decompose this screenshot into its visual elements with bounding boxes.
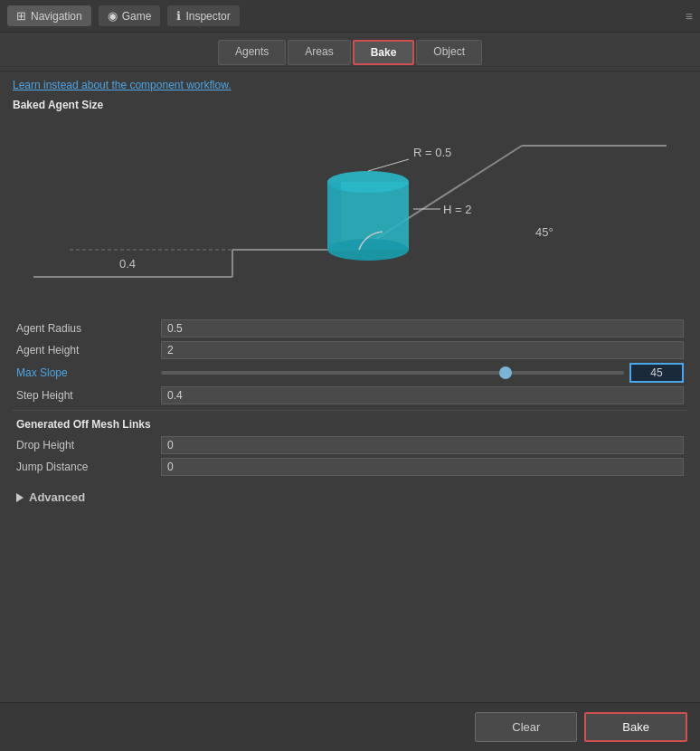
tab-game-label: Game [122,10,152,23]
subtab-object[interactable]: Object [416,40,482,65]
subtab-areas[interactable]: Areas [288,40,350,65]
svg-text:0.4: 0.4 [119,257,136,271]
agent-radius-input[interactable] [161,319,684,337]
svg-text:45°: 45° [535,225,553,239]
fields-table: Agent Radius Agent Height Max Slope Step… [13,318,687,406]
divider-1 [13,410,687,411]
step-height-label: Step Height [13,385,157,406]
agent-visualization: 0.4 R = 0.5 H = 2 45° [13,119,687,309]
off-mesh-links-heading: Generated Off Mesh Links [13,413,687,434]
field-max-slope: Max Slope [13,361,687,385]
navigation-icon: ⊞ [16,9,26,23]
baked-agent-size-heading: Baked Agent Size [13,99,687,111]
title-bar: ⊞ Navigation ◉ Game ℹ Inspector ≡ [0,0,700,33]
tab-game[interactable]: ◉ Game [99,5,161,26]
agent-radius-value [157,318,687,339]
agent-height-input[interactable] [161,341,684,359]
bottom-buttons: Clear Bake [0,702,700,751]
learn-link[interactable]: Learn instead about the component workfl… [13,79,687,91]
sub-tabs: Agents Areas Bake Object [0,33,700,71]
field-jump-distance: Jump Distance [13,456,687,478]
tab-navigation[interactable]: ⊞ Navigation [7,5,91,26]
field-agent-height: Agent Height [13,339,687,361]
max-slope-slider[interactable] [161,371,624,375]
agent-height-value [157,339,687,361]
svg-text:H = 2: H = 2 [443,203,471,216]
step-height-value [157,385,687,406]
drop-height-input[interactable] [161,436,684,454]
subtab-agents[interactable]: Agents [218,40,286,65]
field-step-height: Step Height [13,385,687,406]
svg-text:R = 0.5: R = 0.5 [413,146,451,159]
menu-icon[interactable]: ≡ [686,9,693,24]
max-slope-slider-container [161,363,684,383]
game-icon: ◉ [108,9,118,23]
advanced-triangle-icon [16,493,24,502]
main-content: Learn instead about the component workfl… [0,71,700,517]
advanced-section[interactable]: Advanced [13,481,687,509]
svg-rect-10 [327,182,341,250]
jump-distance-value [157,456,687,478]
subtab-bake[interactable]: Bake [353,40,415,65]
step-height-input[interactable] [161,386,684,404]
tab-inspector[interactable]: ℹ Inspector [167,5,239,26]
svg-line-11 [368,159,409,171]
max-slope-label: Max Slope [13,361,157,385]
agent-height-label: Agent Height [13,339,157,361]
drop-height-label: Drop Height [13,434,157,456]
jump-distance-label: Jump Distance [13,456,157,478]
max-slope-input[interactable] [629,363,684,383]
bake-button[interactable]: Bake [584,712,687,742]
drop-height-value [157,434,687,456]
advanced-label: Advanced [29,490,85,504]
field-drop-height: Drop Height [13,434,687,456]
field-agent-radius: Agent Radius [13,318,687,339]
max-slope-value [157,361,687,385]
clear-button[interactable]: Clear [475,712,577,742]
agent-radius-label: Agent Radius [13,318,157,339]
tab-inspector-label: Inspector [185,10,230,23]
inspector-icon: ℹ [176,9,181,23]
tab-navigation-label: Navigation [31,10,82,23]
jump-distance-input[interactable] [161,458,684,476]
off-mesh-fields: Drop Height Jump Distance [13,434,687,478]
